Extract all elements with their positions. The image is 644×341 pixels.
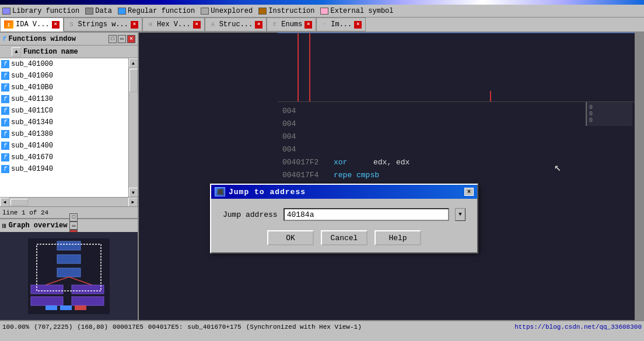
jump-dialog: ⬛ Jump to address × Jump address ▼ OK Ca… bbox=[210, 184, 478, 254]
dialog-app-icon: ⬛ bbox=[215, 187, 225, 196]
jump-address-input[interactable] bbox=[284, 208, 449, 221]
help-button[interactable]: Help bbox=[374, 230, 421, 245]
jump-address-label: Jump address bbox=[223, 210, 278, 219]
dialog-title-text: Jump to address bbox=[229, 188, 461, 196]
jump-address-dropdown[interactable]: ▼ bbox=[455, 208, 466, 221]
dialog-titlebar: ⬛ Jump to address × bbox=[211, 185, 477, 199]
ok-button[interactable]: OK bbox=[267, 230, 314, 245]
jump-address-row: Jump address ▼ bbox=[223, 208, 466, 221]
modal-overlay: ⬛ Jump to address × Jump address ▼ OK Ca… bbox=[0, 0, 644, 341]
cancel-button[interactable]: Cancel bbox=[321, 230, 368, 245]
dialog-body: Jump address ▼ OK Cancel Help bbox=[211, 199, 477, 252]
dialog-close-button[interactable]: × bbox=[464, 188, 474, 196]
dialog-buttons: OK Cancel Help bbox=[223, 230, 466, 245]
